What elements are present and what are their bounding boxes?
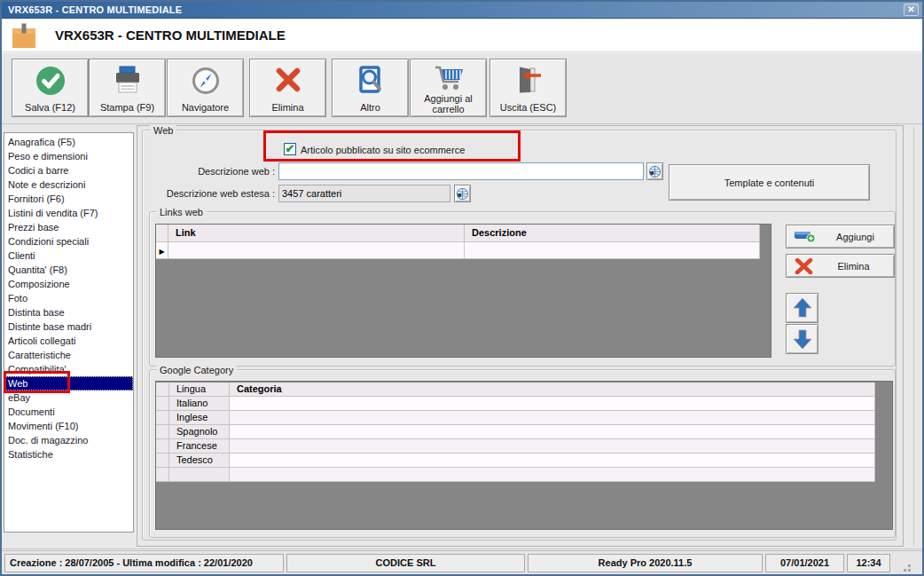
globe-icon bbox=[456, 187, 469, 201]
descrizione-web-label: Descrizione web : bbox=[157, 166, 275, 177]
table-row: Inglese bbox=[156, 411, 875, 425]
salva-button[interactable]: Salva (F12) bbox=[12, 59, 89, 117]
gc-column-categoria[interactable]: Categoria bbox=[230, 383, 875, 397]
sidebar-item-documenti[interactable]: Documenti bbox=[4, 405, 133, 419]
package-icon bbox=[10, 22, 38, 51]
sidebar-item-fornitori[interactable]: Fornitori (F6) bbox=[4, 192, 133, 206]
row-selector-cell: ▶ bbox=[156, 242, 168, 259]
categoria-cell[interactable] bbox=[230, 425, 875, 439]
statusbar-divider bbox=[2, 548, 922, 549]
altro-button[interactable]: Altro bbox=[332, 59, 409, 117]
delete-x-icon bbox=[794, 258, 813, 274]
arrow-up-icon bbox=[793, 297, 812, 319]
add-icon bbox=[794, 230, 817, 243]
sidebar-item-composizione[interactable]: Composizione bbox=[4, 277, 133, 291]
aggiungi-link-button[interactable]: Aggiungi bbox=[786, 225, 895, 249]
lingua-cell: Inglese bbox=[169, 411, 230, 425]
descrizione-web-globe-button[interactable] bbox=[646, 162, 663, 180]
gc-header-selector bbox=[156, 383, 169, 397]
sidebar-item-prezzi-base[interactable]: Prezzi base bbox=[4, 220, 133, 234]
categoria-cell[interactable] bbox=[230, 468, 875, 482]
google-category-header-row: Lingua Categoria bbox=[156, 383, 875, 397]
aggiungi-carrello-button[interactable]: Aggiungi al carrello bbox=[410, 59, 487, 117]
web-group-label: Web bbox=[150, 125, 176, 136]
uscita-button[interactable]: Uscita (ESC) bbox=[489, 59, 567, 117]
compass-icon bbox=[190, 65, 222, 97]
lingua-cell: Tedesco bbox=[169, 454, 230, 468]
status-company: CODICE SRL bbox=[286, 554, 525, 572]
shopping-cart-icon bbox=[431, 65, 466, 93]
categoria-cell[interactable] bbox=[230, 439, 875, 454]
lingua-cell: Francese bbox=[169, 439, 230, 454]
exit-door-icon bbox=[513, 65, 544, 95]
lingua-cell: Italiano bbox=[169, 397, 230, 411]
row-selector-cell bbox=[156, 454, 169, 468]
table-row: Tedesco bbox=[156, 454, 875, 468]
row-selector-cell bbox=[156, 397, 169, 411]
status-creation-modified: Creazione : 28/07/2005 - Ultima modifica… bbox=[4, 554, 284, 572]
links-web-header-row: Link Descrizione bbox=[156, 225, 760, 242]
lingua-cell bbox=[169, 468, 230, 482]
row-selector-cell bbox=[156, 468, 169, 482]
sidebar-item-movimenti[interactable]: Movimenti (F10) bbox=[4, 419, 133, 433]
arrow-down-icon bbox=[793, 328, 812, 350]
sidebar-item-statistiche[interactable]: Statistiche bbox=[4, 447, 133, 462]
table-row: Spagnolo bbox=[156, 425, 875, 439]
link-cell[interactable] bbox=[168, 242, 465, 259]
sidebar-item-listini[interactable]: Listini di vendita (F7) bbox=[4, 206, 133, 220]
descrizione-estesa-globe-button[interactable] bbox=[454, 185, 471, 202]
lingua-cell: Spagnolo bbox=[169, 425, 230, 439]
panel-divider bbox=[913, 126, 914, 547]
sidebar-item-distinte-madri[interactable]: Distinte base madri bbox=[4, 320, 133, 334]
sidebar-item-note[interactable]: Note e descrizioni bbox=[4, 178, 133, 192]
template-contenuti-button[interactable]: Template e contenuti bbox=[669, 164, 870, 201]
table-row bbox=[156, 468, 875, 482]
links-column-descrizione[interactable]: Descrizione bbox=[465, 225, 760, 242]
links-web-table: Link Descrizione ▶ bbox=[156, 225, 760, 259]
row-selector-cell bbox=[156, 411, 169, 425]
status-time: 12:34 bbox=[847, 554, 890, 572]
sidebar-item-anagrafica[interactable]: Anagrafica (F5) bbox=[4, 135, 133, 149]
sidebar-item-articoli-collegati[interactable]: Articoli collegati bbox=[4, 334, 133, 348]
row-selector-icon: ▶ bbox=[159, 248, 164, 256]
titlebar-title: VRX653R - CENTRO MULTIMEDIALE bbox=[2, 4, 182, 15]
stampa-button[interactable]: Stampa (F9) bbox=[89, 59, 166, 117]
sidebar-item-doc-magazzino[interactable]: Doc. di magazzino bbox=[4, 433, 133, 447]
navigatore-button[interactable]: Navigatore bbox=[167, 59, 244, 117]
categoria-cell[interactable] bbox=[230, 454, 875, 468]
sidebar-item-codici-barre[interactable]: Codici a barre bbox=[4, 163, 133, 178]
globe-icon bbox=[648, 165, 662, 178]
descrizione-estesa-field: 3457 caratteri bbox=[278, 185, 450, 202]
printer-icon bbox=[112, 65, 144, 95]
row-selector-cell bbox=[156, 425, 169, 439]
table-row: Italiano bbox=[156, 397, 875, 411]
sidebar-item-caratteristiche[interactable]: Caratteristiche bbox=[4, 348, 133, 362]
delete-x-icon bbox=[273, 65, 303, 95]
descrizione-web-input[interactable] bbox=[278, 162, 644, 180]
resize-grip[interactable] bbox=[908, 564, 911, 567]
row-selector-cell bbox=[156, 439, 169, 454]
links-web-group-label: Links web bbox=[156, 207, 207, 217]
descrizione-cell[interactable] bbox=[465, 242, 760, 259]
move-up-button[interactable] bbox=[786, 293, 818, 323]
sidebar-item-distinta-base[interactable]: Distinta base bbox=[4, 305, 133, 320]
header: VRX653R - CENTRO MULTIMEDIALE bbox=[2, 19, 922, 52]
elimina-toolbar-button[interactable]: Elimina bbox=[249, 59, 326, 117]
categoria-cell[interactable] bbox=[230, 411, 875, 425]
annotation-rectangle-checkbox bbox=[263, 130, 521, 162]
page-title: VRX653R - CENTRO MULTIMEDIALE bbox=[55, 19, 286, 52]
sidebar-item-peso[interactable]: Peso e dimensioni bbox=[4, 149, 133, 163]
categoria-cell[interactable] bbox=[230, 397, 875, 411]
move-down-button[interactable] bbox=[786, 324, 818, 354]
sidebar-item-condizioni[interactable]: Condizioni speciali bbox=[4, 234, 133, 249]
gc-column-lingua[interactable]: Lingua bbox=[169, 383, 230, 397]
app-window: VRX653R - CENTRO MULTIMEDIALE ✕ VRX653R … bbox=[0, 0, 924, 576]
aggiungi-link-label: Aggiungi bbox=[817, 232, 894, 242]
elimina-link-button[interactable]: Elimina bbox=[786, 254, 895, 278]
close-icon[interactable]: ✕ bbox=[904, 4, 919, 16]
sidebar-item-foto[interactable]: Foto bbox=[4, 291, 133, 305]
links-column-link[interactable]: Link bbox=[168, 225, 465, 242]
sidebar-item-quantita[interactable]: Quantita' (F8) bbox=[4, 263, 133, 277]
sidebar-item-clienti[interactable]: Clienti bbox=[4, 249, 133, 263]
google-category-table: Lingua Categoria Italiano Inglese Spagno… bbox=[156, 383, 875, 482]
